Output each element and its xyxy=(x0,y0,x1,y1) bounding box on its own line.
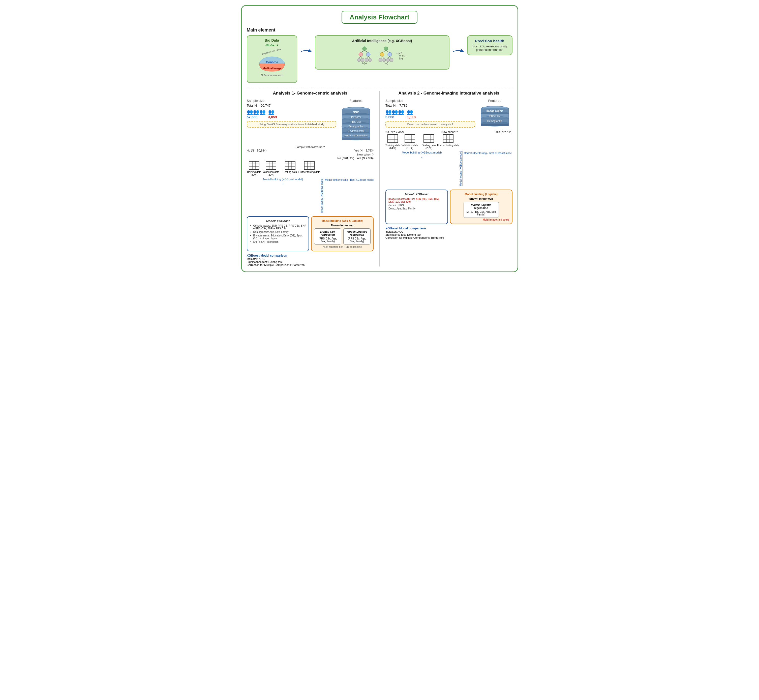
analysis1-self-reported: *Self-reported non-T2D at baseline xyxy=(314,245,370,248)
svg-line-13 xyxy=(364,51,368,52)
analysis2-sample-label: Sample size xyxy=(386,99,475,103)
analysis1-model-xgboost-title: Model: XGBoost xyxy=(250,219,306,223)
ai-box: Artificial Intelligence (e.g. XGBoost) xyxy=(315,35,450,70)
svg-line-31 xyxy=(388,56,390,58)
svg-text:PRS-CS: PRS-CS xyxy=(351,116,361,119)
analysis2-split-question: New cohort ? xyxy=(441,130,458,133)
analysis1-validation-icon xyxy=(265,161,276,170)
arrow-to-precision xyxy=(452,48,465,55)
outer-container: Analysis Flowchart Main element Big Data… xyxy=(241,5,518,272)
analysis2-further-label: Further testing data xyxy=(437,144,459,147)
analysis1-model-building-orange-label: Model building (Cox & Logistic) xyxy=(314,219,370,222)
analysis1-further-box: Further testing data xyxy=(298,161,320,173)
analysis1-count-red: 3,059 xyxy=(268,115,277,119)
analysis1-yes2-label: Yes (N = 936) xyxy=(357,156,373,159)
svg-line-15 xyxy=(361,56,362,58)
precision-title: Precision health xyxy=(472,39,508,43)
analysis1-bullet-4: SNP x SNP interaction xyxy=(253,241,306,243)
analysis2-blue-group: 👥👥👥 6,668 xyxy=(386,109,404,119)
svg-text:Medical image: Medical image xyxy=(262,67,281,70)
analysis1-xgboost-comparison-title: XGBoost Model comparison xyxy=(247,254,374,257)
main-title: Analysis Flowchart xyxy=(342,11,417,24)
analysis2-model-xgboost-title: Model: XGBoost xyxy=(389,192,445,196)
main-element-label: Main element xyxy=(247,28,512,33)
analysis2-image-report-features: Image report features: ABD (28), BMD (85… xyxy=(389,198,445,203)
svg-point-24 xyxy=(382,58,386,62)
analysis1-train-val-boxes: Training data (80%) Validation data (20%… xyxy=(247,161,279,176)
analysis2-features-col: Features Image report PRS-CS xyxy=(477,99,512,129)
analysis1-training-pct: (80%) xyxy=(247,173,261,176)
analysis2-training-pct: (64%) xyxy=(386,147,400,150)
analysis1-split-question: Sample with follow-up ? xyxy=(295,145,325,148)
analysis1-sample-counts: 👥👥👥 57,688 👥 3,059 xyxy=(247,109,337,119)
svg-line-16 xyxy=(367,56,368,58)
analysis2-testing-icon xyxy=(423,134,434,143)
analysis2-training-label: Training data xyxy=(386,144,400,147)
svg-text:Genome: Genome xyxy=(265,61,278,64)
analysis1-inner-model-pair: Model: Cox regression (PRS-CSx, Age, Sex… xyxy=(314,228,370,245)
svg-point-21 xyxy=(380,52,384,56)
arrow-to-ai xyxy=(300,48,312,55)
svg-text:Environmental: Environmental xyxy=(348,130,364,132)
svg-text:Multi-image risk score: Multi-image risk score xyxy=(261,74,283,77)
analysis1-model-xgboost-bullets: Genetic factors: SNP, PRS-CS, PRS-CSx, S… xyxy=(250,224,306,243)
analysis1-xgboost-significance: Significance test: Delong test xyxy=(247,260,374,263)
analysis2-training-icon xyxy=(387,134,398,143)
analysis1-testing-label: Testing data xyxy=(283,171,297,173)
analysis2-model-building-orange-label: Model building (Logistic) xyxy=(453,192,509,195)
analysis1-cox-title: Model: Cox regression xyxy=(316,230,340,236)
analysis1-validation-label: Validation data xyxy=(263,171,279,173)
svg-text:Demographic: Demographic xyxy=(348,125,363,128)
analysis1-cox-logistic-box: Model building (Cox & Logistic) Shown in… xyxy=(311,216,373,251)
svg-point-7 xyxy=(366,52,370,56)
analysis1-training-label: Training data xyxy=(247,171,261,173)
analysis2-total-n: Total N = 7,786 xyxy=(386,104,475,107)
svg-text:Image report: Image report xyxy=(486,109,503,112)
bottom-section: Analysis 1- Genome-centric analysis Samp… xyxy=(247,91,512,266)
svg-line-32 xyxy=(390,56,392,58)
svg-text:...: ... xyxy=(376,53,380,57)
svg-point-22 xyxy=(388,52,392,56)
analysis2-xgboost-comparison: XGBoost Model comparison Indicator: AUC … xyxy=(386,227,512,239)
analysis2-validation-box: Validation data (16%) xyxy=(401,134,418,150)
analysis1-testing-icon xyxy=(285,161,295,170)
analysis1-gwas-box: Using GWAS Summary statistic from Publis… xyxy=(247,121,337,128)
analysis1-no2-label: No (N=8,827) xyxy=(337,156,354,159)
analysis2-validation-icon xyxy=(404,134,415,143)
analysis2-genetic-prs: Genetic: PRS xyxy=(389,204,445,207)
analysis1-further-label: Further testing data xyxy=(298,171,320,173)
analysis1-model-testing-vertical: Model testing (XGBoost model) xyxy=(320,178,323,213)
svg-text:polygenic risk score: polygenic risk score xyxy=(261,48,281,55)
svg-rect-96 xyxy=(405,134,415,143)
svg-point-5 xyxy=(362,47,367,51)
analysis1-title: Analysis 1- Genome-centric analysis xyxy=(247,91,374,96)
analysis1-training-icon xyxy=(249,161,259,170)
analysis2-sample-col: Sample size Total N = 7,786 👥👥👥 6,668 👥 … xyxy=(386,99,475,129)
svg-point-26 xyxy=(390,58,393,62)
svg-line-29 xyxy=(380,56,382,58)
analysis1-features-label: Features xyxy=(338,99,373,103)
svg-point-10 xyxy=(365,58,368,62)
precision-box: Precision health For T2D prevention usin… xyxy=(467,35,512,55)
analysis1-logistic-text: (PRS-CSx, Age, Sex, Family) xyxy=(345,237,369,243)
svg-point-6 xyxy=(359,52,363,56)
svg-line-30 xyxy=(382,56,384,58)
analysis2-arrow-down1: ↓ xyxy=(386,155,458,159)
analysis2-cylinders: Image report PRS-CSx Demographic xyxy=(478,104,511,129)
analysis1-xgboost-comparison: XGBoost Model comparison Indicator: AUC … xyxy=(247,254,374,266)
analysis2-red-group: 👥 1,118 xyxy=(407,109,416,119)
analysis2-xgboost-significance: Significance test: Delong test xyxy=(386,233,512,236)
analysis2-features-label: Features xyxy=(477,99,512,103)
analysis2-testing-pct: (20%) xyxy=(422,147,436,150)
analysis2-multi-image-label: Multi-image risk score xyxy=(453,218,509,221)
analysis2-validation-label: Validation data xyxy=(401,144,418,147)
svg-rect-90 xyxy=(481,124,509,126)
analysis1-further-icon xyxy=(304,161,315,170)
svg-rect-70 xyxy=(285,161,295,169)
analysis2-title: Analysis 2 - Genome-imaging integrative … xyxy=(386,91,512,96)
analysis1-bullet-3: Environmental: Education, Drink (0/1), S… xyxy=(253,234,306,240)
analysis1-xgboost-model-box: Model: XGBoost Genetic factors: SNP, PRS… xyxy=(247,216,309,251)
circle-diagram: polygenic risk score Genome Medical imag… xyxy=(255,48,290,79)
analysis2-validation-pct: (16%) xyxy=(401,147,418,150)
analysis1-cox-text: (PRS-CSx, Age, Sex, Family) xyxy=(316,237,340,243)
